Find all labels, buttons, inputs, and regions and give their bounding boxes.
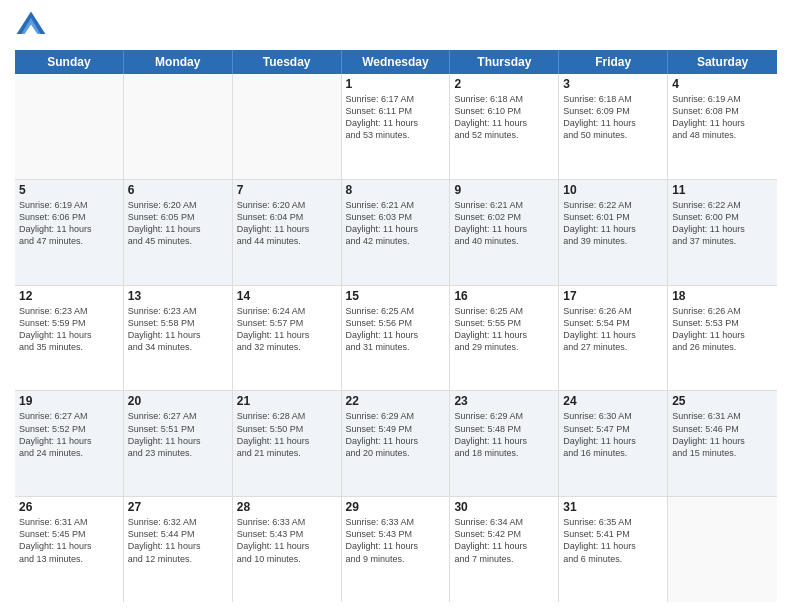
day-cell-15: 15Sunrise: 6:25 AM Sunset: 5:56 PM Dayli… [342,286,451,391]
day-cell-12: 12Sunrise: 6:23 AM Sunset: 5:59 PM Dayli… [15,286,124,391]
day-info: Sunrise: 6:29 AM Sunset: 5:48 PM Dayligh… [454,410,554,459]
day-cell-14: 14Sunrise: 6:24 AM Sunset: 5:57 PM Dayli… [233,286,342,391]
page: SundayMondayTuesdayWednesdayThursdayFrid… [0,0,792,612]
day-info: Sunrise: 6:19 AM Sunset: 6:08 PM Dayligh… [672,93,773,142]
day-info: Sunrise: 6:18 AM Sunset: 6:10 PM Dayligh… [454,93,554,142]
day-number: 30 [454,500,554,514]
day-number: 8 [346,183,446,197]
calendar-row-2: 12Sunrise: 6:23 AM Sunset: 5:59 PM Dayli… [15,286,777,392]
day-cell-18: 18Sunrise: 6:26 AM Sunset: 5:53 PM Dayli… [668,286,777,391]
day-number: 10 [563,183,663,197]
logo [15,10,51,42]
day-cell-24: 24Sunrise: 6:30 AM Sunset: 5:47 PM Dayli… [559,391,668,496]
day-number: 12 [19,289,119,303]
day-info: Sunrise: 6:33 AM Sunset: 5:43 PM Dayligh… [346,516,446,565]
weekday-header-friday: Friday [559,50,668,74]
empty-cell [15,74,124,179]
day-info: Sunrise: 6:33 AM Sunset: 5:43 PM Dayligh… [237,516,337,565]
day-cell-10: 10Sunrise: 6:22 AM Sunset: 6:01 PM Dayli… [559,180,668,285]
day-cell-5: 5Sunrise: 6:19 AM Sunset: 6:06 PM Daylig… [15,180,124,285]
day-number: 28 [237,500,337,514]
day-info: Sunrise: 6:23 AM Sunset: 5:58 PM Dayligh… [128,305,228,354]
day-number: 14 [237,289,337,303]
day-cell-9: 9Sunrise: 6:21 AM Sunset: 6:02 PM Daylig… [450,180,559,285]
day-info: Sunrise: 6:17 AM Sunset: 6:11 PM Dayligh… [346,93,446,142]
day-number: 15 [346,289,446,303]
day-info: Sunrise: 6:19 AM Sunset: 6:06 PM Dayligh… [19,199,119,248]
day-number: 21 [237,394,337,408]
day-number: 5 [19,183,119,197]
weekday-header-wednesday: Wednesday [342,50,451,74]
day-cell-13: 13Sunrise: 6:23 AM Sunset: 5:58 PM Dayli… [124,286,233,391]
day-info: Sunrise: 6:28 AM Sunset: 5:50 PM Dayligh… [237,410,337,459]
day-info: Sunrise: 6:34 AM Sunset: 5:42 PM Dayligh… [454,516,554,565]
day-number: 4 [672,77,773,91]
weekday-header-monday: Monday [124,50,233,74]
day-cell-4: 4Sunrise: 6:19 AM Sunset: 6:08 PM Daylig… [668,74,777,179]
day-cell-30: 30Sunrise: 6:34 AM Sunset: 5:42 PM Dayli… [450,497,559,602]
day-number: 25 [672,394,773,408]
day-number: 27 [128,500,228,514]
day-number: 26 [19,500,119,514]
day-info: Sunrise: 6:21 AM Sunset: 6:02 PM Dayligh… [454,199,554,248]
day-cell-16: 16Sunrise: 6:25 AM Sunset: 5:55 PM Dayli… [450,286,559,391]
empty-cell [668,497,777,602]
weekday-header-thursday: Thursday [450,50,559,74]
day-info: Sunrise: 6:32 AM Sunset: 5:44 PM Dayligh… [128,516,228,565]
weekday-header-saturday: Saturday [668,50,777,74]
day-number: 23 [454,394,554,408]
calendar-header: SundayMondayTuesdayWednesdayThursdayFrid… [15,50,777,74]
day-info: Sunrise: 6:30 AM Sunset: 5:47 PM Dayligh… [563,410,663,459]
day-number: 29 [346,500,446,514]
day-number: 2 [454,77,554,91]
day-info: Sunrise: 6:29 AM Sunset: 5:49 PM Dayligh… [346,410,446,459]
day-cell-26: 26Sunrise: 6:31 AM Sunset: 5:45 PM Dayli… [15,497,124,602]
day-info: Sunrise: 6:27 AM Sunset: 5:51 PM Dayligh… [128,410,228,459]
day-cell-20: 20Sunrise: 6:27 AM Sunset: 5:51 PM Dayli… [124,391,233,496]
calendar-body: 1Sunrise: 6:17 AM Sunset: 6:11 PM Daylig… [15,74,777,602]
day-cell-27: 27Sunrise: 6:32 AM Sunset: 5:44 PM Dayli… [124,497,233,602]
day-info: Sunrise: 6:35 AM Sunset: 5:41 PM Dayligh… [563,516,663,565]
day-cell-21: 21Sunrise: 6:28 AM Sunset: 5:50 PM Dayli… [233,391,342,496]
calendar: SundayMondayTuesdayWednesdayThursdayFrid… [15,50,777,602]
day-number: 6 [128,183,228,197]
day-number: 31 [563,500,663,514]
day-cell-11: 11Sunrise: 6:22 AM Sunset: 6:00 PM Dayli… [668,180,777,285]
day-number: 7 [237,183,337,197]
day-cell-22: 22Sunrise: 6:29 AM Sunset: 5:49 PM Dayli… [342,391,451,496]
day-number: 17 [563,289,663,303]
day-info: Sunrise: 6:20 AM Sunset: 6:05 PM Dayligh… [128,199,228,248]
day-info: Sunrise: 6:26 AM Sunset: 5:53 PM Dayligh… [672,305,773,354]
day-number: 1 [346,77,446,91]
day-info: Sunrise: 6:24 AM Sunset: 5:57 PM Dayligh… [237,305,337,354]
day-cell-17: 17Sunrise: 6:26 AM Sunset: 5:54 PM Dayli… [559,286,668,391]
day-info: Sunrise: 6:23 AM Sunset: 5:59 PM Dayligh… [19,305,119,354]
day-info: Sunrise: 6:21 AM Sunset: 6:03 PM Dayligh… [346,199,446,248]
logo-icon [15,10,47,42]
day-info: Sunrise: 6:27 AM Sunset: 5:52 PM Dayligh… [19,410,119,459]
day-info: Sunrise: 6:20 AM Sunset: 6:04 PM Dayligh… [237,199,337,248]
day-number: 24 [563,394,663,408]
day-number: 22 [346,394,446,408]
day-info: Sunrise: 6:31 AM Sunset: 5:45 PM Dayligh… [19,516,119,565]
day-number: 18 [672,289,773,303]
weekday-header-tuesday: Tuesday [233,50,342,74]
day-info: Sunrise: 6:31 AM Sunset: 5:46 PM Dayligh… [672,410,773,459]
day-number: 11 [672,183,773,197]
day-cell-23: 23Sunrise: 6:29 AM Sunset: 5:48 PM Dayli… [450,391,559,496]
day-number: 13 [128,289,228,303]
day-info: Sunrise: 6:22 AM Sunset: 6:00 PM Dayligh… [672,199,773,248]
day-cell-25: 25Sunrise: 6:31 AM Sunset: 5:46 PM Dayli… [668,391,777,496]
day-cell-2: 2Sunrise: 6:18 AM Sunset: 6:10 PM Daylig… [450,74,559,179]
day-number: 19 [19,394,119,408]
day-info: Sunrise: 6:22 AM Sunset: 6:01 PM Dayligh… [563,199,663,248]
calendar-row-4: 26Sunrise: 6:31 AM Sunset: 5:45 PM Dayli… [15,497,777,602]
calendar-row-3: 19Sunrise: 6:27 AM Sunset: 5:52 PM Dayli… [15,391,777,497]
day-cell-31: 31Sunrise: 6:35 AM Sunset: 5:41 PM Dayli… [559,497,668,602]
day-number: 3 [563,77,663,91]
calendar-row-1: 5Sunrise: 6:19 AM Sunset: 6:06 PM Daylig… [15,180,777,286]
day-number: 16 [454,289,554,303]
day-info: Sunrise: 6:25 AM Sunset: 5:55 PM Dayligh… [454,305,554,354]
day-cell-28: 28Sunrise: 6:33 AM Sunset: 5:43 PM Dayli… [233,497,342,602]
header [15,10,777,42]
